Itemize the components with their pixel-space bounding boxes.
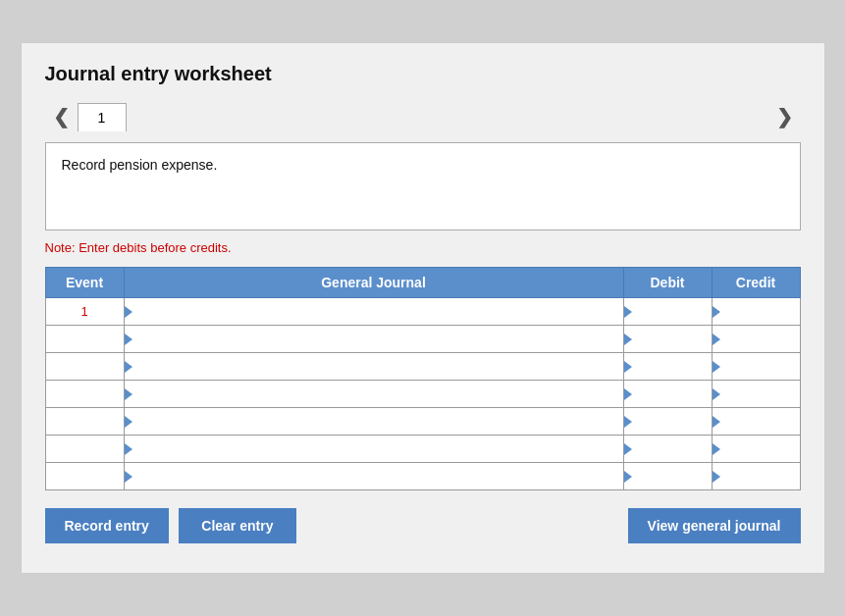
col-header-credit: Credit xyxy=(712,268,800,298)
journal-input[interactable] xyxy=(125,436,623,462)
journal-table: Event General Journal Debit Credit 1 xyxy=(45,267,801,490)
table-row xyxy=(45,381,800,408)
buttons-row: Record entry Clear entry View general jo… xyxy=(45,508,801,543)
table-row xyxy=(45,326,800,353)
worksheet-container: Journal entry worksheet ❮ 1 ❯ Record pen… xyxy=(21,42,825,574)
credit-cell[interactable] xyxy=(712,381,800,408)
event-cell xyxy=(45,463,124,490)
debit-cell[interactable] xyxy=(623,463,712,490)
credit-cell[interactable] xyxy=(712,353,800,381)
table-row xyxy=(45,408,800,436)
debit-cell[interactable] xyxy=(623,436,712,463)
credit-input[interactable] xyxy=(713,463,800,489)
page-title: Journal entry worksheet xyxy=(45,63,801,85)
journal-input[interactable] xyxy=(125,298,623,325)
debit-cell[interactable] xyxy=(623,381,712,408)
journal-cell[interactable] xyxy=(124,298,623,326)
debit-input[interactable] xyxy=(624,326,712,352)
credit-input[interactable] xyxy=(713,436,800,462)
debit-input[interactable] xyxy=(624,381,712,407)
view-journal-button[interactable]: View general journal xyxy=(628,508,801,543)
prev-arrow-button[interactable]: ❮ xyxy=(45,101,78,132)
table-row xyxy=(45,353,800,381)
journal-cell[interactable] xyxy=(124,326,623,353)
credit-input[interactable] xyxy=(713,326,800,352)
debit-input[interactable] xyxy=(624,298,712,325)
debit-cell[interactable] xyxy=(623,298,712,326)
journal-cell[interactable] xyxy=(124,408,623,436)
debit-cell[interactable] xyxy=(623,353,712,381)
tab-row: ❮ 1 ❯ xyxy=(45,101,801,132)
debit-cell[interactable] xyxy=(623,408,712,436)
journal-cell[interactable] xyxy=(124,381,623,408)
note-text: Note: Enter debits before credits. xyxy=(45,240,801,255)
event-cell xyxy=(45,353,124,381)
journal-cell[interactable] xyxy=(124,436,623,463)
journal-cell[interactable] xyxy=(124,353,623,381)
credit-input[interactable] xyxy=(713,353,800,380)
journal-input[interactable] xyxy=(125,463,623,489)
table-row: 1 xyxy=(45,298,800,326)
event-cell: 1 xyxy=(45,298,124,326)
event-cell xyxy=(45,436,124,463)
event-cell xyxy=(45,381,124,408)
event-cell xyxy=(45,408,124,436)
journal-cell[interactable] xyxy=(124,463,623,490)
journal-input[interactable] xyxy=(125,326,623,352)
credit-cell[interactable] xyxy=(712,298,800,326)
instructions-text: Record pension expense. xyxy=(62,157,218,173)
credit-input[interactable] xyxy=(713,381,800,407)
debit-cell[interactable] xyxy=(623,326,712,353)
credit-cell[interactable] xyxy=(712,436,800,463)
credit-input[interactable] xyxy=(713,298,800,325)
col-header-journal: General Journal xyxy=(124,268,623,298)
instructions-box: Record pension expense. xyxy=(45,142,801,231)
event-cell xyxy=(45,326,124,353)
clear-entry-button[interactable]: Clear entry xyxy=(179,508,296,543)
journal-input[interactable] xyxy=(125,353,623,380)
journal-input[interactable] xyxy=(125,408,623,435)
table-row xyxy=(45,436,800,463)
tab-1[interactable]: 1 xyxy=(78,103,127,131)
col-header-debit: Debit xyxy=(623,268,712,298)
debit-input[interactable] xyxy=(624,408,712,435)
journal-input[interactable] xyxy=(125,381,623,407)
credit-cell[interactable] xyxy=(712,408,800,436)
debit-input[interactable] xyxy=(624,463,712,489)
credit-input[interactable] xyxy=(713,408,800,435)
debit-input[interactable] xyxy=(624,436,712,462)
credit-cell[interactable] xyxy=(712,326,800,353)
record-entry-button[interactable]: Record entry xyxy=(45,508,169,543)
credit-cell[interactable] xyxy=(712,463,800,490)
table-row xyxy=(45,463,800,490)
next-arrow-button[interactable]: ❯ xyxy=(768,101,801,132)
debit-input[interactable] xyxy=(624,353,712,380)
col-header-event: Event xyxy=(45,268,124,298)
